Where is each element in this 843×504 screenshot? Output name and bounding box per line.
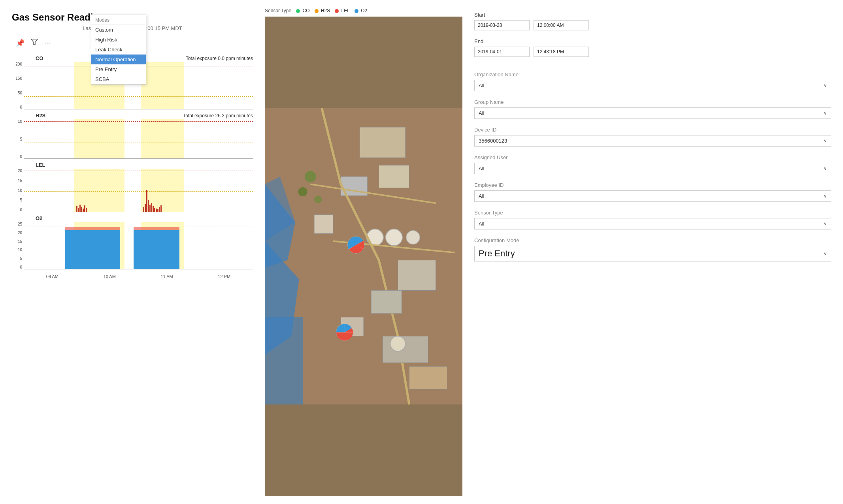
h2s-chart-block: H2S Total exposure 26.2 ppm minutes 10 5… — [12, 113, 253, 159]
svg-point-19 — [305, 171, 316, 182]
config-mode-dropdown[interactable]: Pre Entry ∨ — [474, 246, 831, 261]
co-label: CO — [24, 55, 43, 61]
h2s-legend-label: H2S — [321, 8, 330, 13]
h2s-legend: H2S — [315, 8, 330, 13]
group-name-section: Group Name All ∨ — [474, 99, 831, 119]
sensor-type-label: Sensor Type — [474, 210, 831, 216]
co-y-axis: 200 150 50 0 — [12, 62, 24, 109]
config-mode-value: Pre Entry — [479, 248, 515, 259]
mode-high-risk[interactable]: High Risk — [91, 35, 146, 45]
device-id-dropdown[interactable]: 3566000123 ∨ — [474, 135, 831, 147]
lel-label: LEL — [24, 162, 45, 168]
svg-point-11 — [386, 229, 402, 246]
start-section: Start — [474, 12, 831, 30]
start-date-row — [474, 20, 831, 30]
x-label-11am: 11 AM — [161, 274, 173, 279]
config-mode-section: Configuration Mode Pre Entry ∨ — [474, 237, 831, 261]
assigned-user-dropdown[interactable]: All ∨ — [474, 163, 831, 174]
lel-chart-block: LEL 20 15 10 5 0 — [12, 162, 253, 212]
sensor-type-chevron: ∨ — [824, 221, 827, 226]
svg-point-18 — [390, 336, 405, 351]
o2-canvas — [24, 222, 253, 269]
start-time-input[interactable] — [534, 20, 589, 30]
o2-legend: O2 — [355, 8, 367, 13]
pin-icon[interactable]: 📌 — [16, 39, 25, 47]
h2s-y-axis: 10 5 0 — [12, 119, 24, 159]
org-name-section: Organization Name All ∨ — [474, 71, 831, 91]
filter-icon[interactable] — [31, 38, 38, 47]
mode-custom[interactable]: Custom — [91, 25, 146, 35]
map-marker-1 — [348, 237, 364, 253]
x-label-09am: 09 AM — [46, 274, 58, 279]
svg-rect-17 — [409, 367, 447, 389]
sensor-type-section: Sensor Type All ∨ — [474, 210, 831, 229]
end-section: End — [474, 38, 831, 57]
h2s-label: H2S — [24, 113, 45, 118]
co-legend: CO — [296, 8, 309, 13]
modes-dropdown[interactable]: Modes Custom High Risk Leak Check Normal… — [91, 15, 146, 85]
svg-rect-4 — [265, 317, 303, 404]
svg-point-21 — [314, 196, 322, 203]
svg-rect-6 — [360, 127, 405, 158]
end-label: End — [474, 38, 831, 44]
svg-rect-16 — [383, 336, 428, 363]
o2-legend-label: O2 — [361, 8, 367, 13]
assigned-user-section: Assigned User All ∨ — [474, 154, 831, 174]
employee-id-dropdown[interactable]: All ∨ — [474, 190, 831, 202]
co-exposure: Total exposure 0.0 ppm minutes — [186, 56, 253, 61]
x-axis: 09 AM 10 AM 11 AM 12 PM — [12, 274, 253, 279]
start-label: Start — [474, 12, 831, 18]
mode-leak-check[interactable]: Leak Check — [91, 45, 146, 55]
toolbar: 📌 ··· Modes Custom High Risk Leak Check … — [12, 38, 253, 47]
group-name-chevron: ∨ — [824, 111, 827, 116]
employee-id-label: Employee ID — [474, 182, 831, 188]
more-icon[interactable]: ··· — [44, 39, 50, 47]
x-label-12pm: 12 PM — [218, 274, 230, 279]
h2s-dot — [315, 9, 319, 13]
end-date-input[interactable] — [474, 47, 530, 57]
co-dot — [296, 9, 300, 13]
svg-point-20 — [298, 187, 307, 196]
lel-legend-label: LEL — [341, 8, 350, 13]
assigned-user-value: All — [479, 165, 484, 171]
lel-canvas — [24, 169, 253, 212]
right-panel: Start End Organization Name All ∨ — [466, 0, 843, 504]
x-label-10am: 10 AM — [104, 274, 116, 279]
employee-id-value: All — [479, 193, 484, 199]
assigned-user-chevron: ∨ — [824, 166, 827, 171]
mode-pre-entry[interactable]: Pre Entry — [91, 64, 146, 74]
o2-dot — [355, 9, 358, 13]
sensor-legend-title: Sensor Type — [265, 8, 291, 13]
start-date-input[interactable] — [474, 20, 530, 30]
mode-scba[interactable]: SCBA — [91, 74, 146, 84]
center-panel: Sensor Type CO H2S LEL O2 — [261, 0, 466, 504]
sensor-type-dropdown[interactable]: All ∨ — [474, 218, 831, 229]
map-marker-2 — [336, 324, 353, 340]
lel-legend: LEL — [335, 8, 350, 13]
device-id-chevron: ∨ — [824, 138, 827, 143]
employee-id-chevron: ∨ — [824, 194, 827, 199]
charts-area: CO Total exposure 0.0 ppm minutes 200 15… — [12, 55, 253, 279]
sensor-type-value: All — [479, 221, 484, 227]
svg-rect-7 — [379, 165, 409, 188]
svg-rect-14 — [371, 291, 402, 314]
o2-label: O2 — [24, 215, 42, 221]
end-time-input[interactable] — [534, 47, 589, 57]
svg-rect-9 — [314, 214, 333, 233]
left-panel: Gas Sensor Readings Last Updated: 26/03/… — [0, 0, 261, 504]
org-name-dropdown[interactable]: All ∨ — [474, 80, 831, 91]
assigned-user-label: Assigned User — [474, 154, 831, 160]
device-id-section: Device ID 3566000123 ∨ — [474, 127, 831, 147]
svg-rect-13 — [398, 260, 436, 291]
svg-marker-0 — [31, 39, 38, 45]
mode-normal-operation[interactable]: Normal Operation — [91, 55, 146, 64]
h2s-canvas — [24, 119, 253, 159]
employee-id-section: Employee ID All ∨ — [474, 182, 831, 202]
group-name-value: All — [479, 110, 484, 116]
co-legend-label: CO — [303, 8, 310, 13]
lel-dot — [335, 9, 339, 13]
map-container[interactable] — [265, 17, 462, 496]
group-name-dropdown[interactable]: All ∨ — [474, 107, 831, 119]
satellite-map — [265, 17, 462, 496]
config-mode-chevron: ∨ — [824, 251, 827, 256]
